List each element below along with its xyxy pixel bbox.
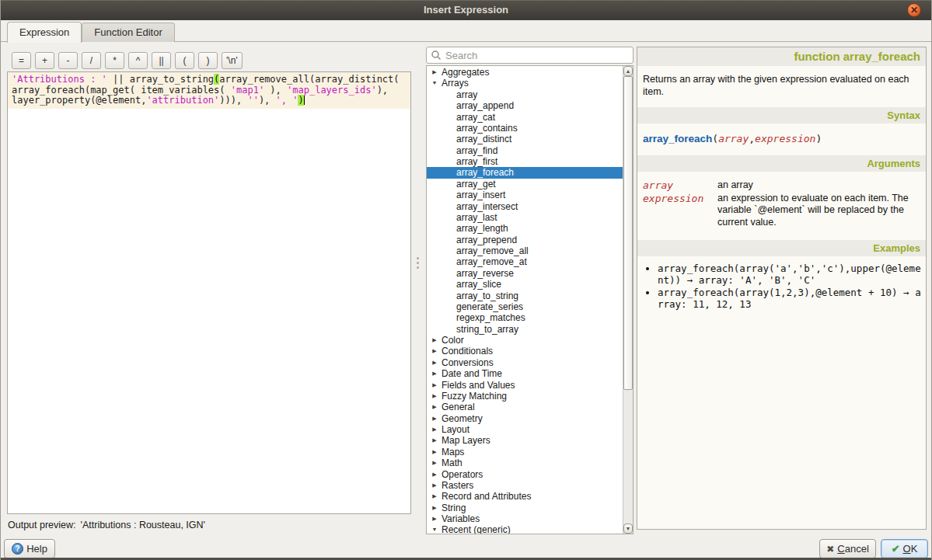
tree-item-regexp-matches[interactable]: regexp_matches <box>427 312 623 323</box>
tree-item-array-remove-all[interactable]: array_remove_all <box>427 245 623 256</box>
help-button[interactable]: ? Help <box>4 539 55 558</box>
chevron-collapsed-icon[interactable]: ▶ <box>431 503 438 513</box>
scrollbar-thumb[interactable] <box>623 76 633 390</box>
tree-item-recent-generic-[interactable]: ▼Recent (generic) <box>427 524 623 534</box>
tree-item-string[interactable]: ▶String <box>427 503 623 513</box>
chevron-collapsed-icon[interactable]: ▶ <box>431 513 438 524</box>
ok-button-label: OK <box>903 543 918 555</box>
close-window-button[interactable]: ✕ <box>907 3 921 17</box>
tree-item-color[interactable]: ▶Color <box>427 335 623 346</box>
chevron-collapsed-icon[interactable]: ▶ <box>431 391 438 402</box>
list-scrollbar[interactable]: ▲ ▼ <box>623 66 633 534</box>
example-item: array_foreach(array(1,2,3),@element + 10… <box>658 287 926 310</box>
tree-item-label: array_append <box>427 100 623 111</box>
chevron-collapsed-icon[interactable]: ▶ <box>431 346 438 357</box>
tree-item-arrays[interactable]: ▼Arrays <box>427 78 623 89</box>
operator-button-[interactable]: + <box>35 52 54 69</box>
tree-item-array-insert[interactable]: array_insert <box>427 190 623 200</box>
tab-function-editor[interactable]: Function Editor <box>82 23 174 42</box>
tree-item-array-remove-at[interactable]: array_remove_at <box>427 256 623 267</box>
chevron-expanded-icon[interactable]: ▼ <box>431 78 438 89</box>
tree-item-array-length[interactable]: array_length <box>427 223 623 234</box>
tree-item-array-get[interactable]: array_get <box>427 179 623 190</box>
tree-item-conditionals[interactable]: ▶Conditionals <box>427 346 623 357</box>
chevron-collapsed-icon[interactable]: ▶ <box>431 491 438 502</box>
operator-button-[interactable]: ( <box>175 52 194 69</box>
tree-item-generate-series[interactable]: generate_series <box>427 301 623 312</box>
tree-item-date-and-time[interactable]: ▶Date and Time <box>427 368 623 379</box>
ok-button[interactable]: ✔ OK <box>881 539 928 558</box>
chevron-collapsed-icon[interactable]: ▶ <box>431 368 438 379</box>
tree-item-label: Date and Time <box>427 368 623 379</box>
chevron-collapsed-icon[interactable]: ▶ <box>431 480 438 491</box>
tree-item-array-find[interactable]: array_find <box>427 145 623 156</box>
operator-button-[interactable]: - <box>58 52 78 69</box>
tree-item-array-first[interactable]: array_first <box>427 156 623 167</box>
chevron-collapsed-icon[interactable]: ▶ <box>431 447 438 457</box>
tree-item-array-last[interactable]: array_last <box>427 212 623 223</box>
chevron-collapsed-icon[interactable]: ▶ <box>431 402 438 412</box>
expression-editor[interactable]: 'Attributions : ' || array_to_string(arr… <box>7 71 411 514</box>
tree-item-operators[interactable]: ▶Operators <box>427 469 623 480</box>
tree-item-math[interactable]: ▶Math <box>427 457 623 468</box>
tree-item-rasters[interactable]: ▶Rasters <box>427 480 623 491</box>
chevron-collapsed-icon[interactable]: ▶ <box>431 457 438 468</box>
tree-item-label: array_contains <box>427 123 623 134</box>
tree-item-variables[interactable]: ▶Variables <box>427 513 623 524</box>
operator-button-[interactable]: / <box>82 52 101 69</box>
tree-item-general[interactable]: ▶General <box>427 402 623 412</box>
chevron-collapsed-icon[interactable]: ▶ <box>431 424 438 435</box>
tree-item-string-to-array[interactable]: string_to_array <box>427 324 623 335</box>
tree-item-layout[interactable]: ▶Layout <box>427 424 623 435</box>
operator-button-n[interactable]: '\n' <box>222 52 243 69</box>
tree-item-array-intersect[interactable]: array_intersect <box>427 201 623 212</box>
tree-item-fields-and-values[interactable]: ▶Fields and Values <box>427 380 623 391</box>
tree-item-array-distinct[interactable]: array_distinct <box>427 134 623 144</box>
scroll-up-icon[interactable]: ▲ <box>623 66 633 76</box>
tree-item-label: Aggregates <box>427 67 623 78</box>
tree-item-array-cat[interactable]: array_cat <box>427 112 623 123</box>
operator-button-[interactable]: = <box>12 52 31 69</box>
cancel-button[interactable]: ✖ Cancel <box>819 539 876 558</box>
splitter-handle[interactable] <box>416 255 420 272</box>
tree-item-label: regexp_matches <box>427 312 623 323</box>
tree-item-array-reverse[interactable]: array_reverse <box>427 268 623 279</box>
operator-button-[interactable]: || <box>152 52 171 69</box>
chevron-collapsed-icon[interactable]: ▶ <box>431 67 438 78</box>
tree-item-map-layers[interactable]: ▶Map Layers <box>427 435 623 446</box>
tree-item-aggregates[interactable]: ▶Aggregates <box>427 67 623 78</box>
chevron-collapsed-icon[interactable]: ▶ <box>431 380 438 391</box>
chevron-collapsed-icon[interactable]: ▶ <box>431 413 438 424</box>
tree-item-label: array_get <box>427 179 623 190</box>
chevron-collapsed-icon[interactable]: ▶ <box>431 469 438 480</box>
tree-item-array-contains[interactable]: array_contains <box>427 123 623 134</box>
search-input[interactable] <box>426 47 634 64</box>
tree-item-conversions[interactable]: ▶Conversions <box>427 357 623 368</box>
operator-button-[interactable]: * <box>105 52 124 69</box>
tree-item-array-append[interactable]: array_append <box>427 100 623 111</box>
chevron-expanded-icon[interactable]: ▼ <box>431 524 438 534</box>
help-title: function array_foreach <box>637 47 926 66</box>
chevron-collapsed-icon[interactable]: ▶ <box>431 335 438 346</box>
tree-item-label: array_distinct <box>427 134 623 144</box>
chevron-collapsed-icon[interactable]: ▶ <box>431 435 438 446</box>
tree-item-geometry[interactable]: ▶Geometry <box>427 413 623 424</box>
tree-item-label: Rasters <box>427 480 623 491</box>
tree-item-array-prepend[interactable]: array_prepend <box>427 235 623 245</box>
tree-item-array[interactable]: array <box>427 89 623 100</box>
tree-item-maps[interactable]: ▶Maps <box>427 447 623 457</box>
operator-button-[interactable]: ) <box>198 52 218 69</box>
tree-item-label: array_last <box>427 212 623 223</box>
tree-item-array-foreach[interactable]: array_foreach <box>427 167 623 178</box>
scroll-down-icon[interactable]: ▼ <box>623 523 633 534</box>
tab-expression[interactable]: Expression <box>7 22 82 43</box>
operator-button-[interactable]: ^ <box>128 52 148 69</box>
chevron-collapsed-icon[interactable]: ▶ <box>431 357 438 368</box>
example-item: array_foreach(array('a','b','c'),upper(@… <box>658 263 926 286</box>
tree-item-label: String <box>427 503 623 513</box>
tree-item-array-to-string[interactable]: array_to_string <box>427 290 623 301</box>
tree-item-fuzzy-matching[interactable]: ▶Fuzzy Matching <box>427 391 623 402</box>
tab-bar: Expression Function Editor <box>1 22 931 42</box>
tree-item-array-slice[interactable]: array_slice <box>427 279 623 290</box>
tree-item-record-and-attributes[interactable]: ▶Record and Attributes <box>427 491 623 502</box>
